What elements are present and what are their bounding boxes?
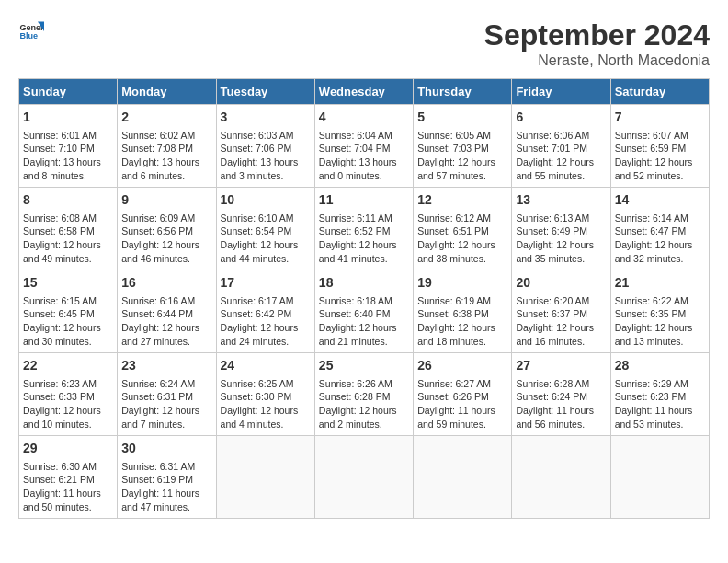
cell-line: Sunset: 7:08 PM <box>121 142 211 155</box>
page-header: General Blue September 2024 Neraste, Nor… <box>18 18 710 69</box>
day-number: 1 <box>23 109 113 127</box>
calendar-cell: 2Sunrise: 6:02 AMSunset: 7:08 PMDaylight… <box>118 105 216 188</box>
day-number: 27 <box>516 357 606 375</box>
cell-line: Daylight: 12 hours <box>615 155 705 169</box>
calendar-cell <box>610 436 709 519</box>
cell-line: and 50 minutes. <box>23 500 113 514</box>
calendar-header-row: SundayMondayTuesdayWednesdayThursdayFrid… <box>19 79 710 105</box>
cell-line: Sunrise: 6:08 AM <box>23 212 113 225</box>
calendar-cell <box>314 436 413 519</box>
cell-content-day-19: 19Sunrise: 6:19 AMSunset: 6:38 PMDayligh… <box>417 274 507 348</box>
day-number: 10 <box>221 191 311 210</box>
cell-content-day-27: 27Sunrise: 6:28 AMSunset: 6:24 PMDayligh… <box>516 357 606 431</box>
cell-line: Daylight: 12 hours <box>615 238 705 252</box>
calendar-cell: 29Sunrise: 6:30 AMSunset: 6:21 PMDayligh… <box>19 436 118 519</box>
col-header-friday: Friday <box>512 79 610 105</box>
day-number: 5 <box>417 109 507 127</box>
cell-line: Sunrise: 6:05 AM <box>417 129 507 143</box>
calendar-cell: 7Sunrise: 6:07 AMSunset: 6:59 PMDaylight… <box>610 105 709 188</box>
day-number: 6 <box>516 109 606 127</box>
calendar-cell: 28Sunrise: 6:29 AMSunset: 6:23 PMDayligh… <box>610 353 709 436</box>
cell-content-day-7: 7Sunrise: 6:07 AMSunset: 6:59 PMDaylight… <box>615 109 705 182</box>
cell-line: Sunrise: 6:18 AM <box>319 294 409 308</box>
cell-content-day-8: 8Sunrise: 6:08 AMSunset: 6:58 PMDaylight… <box>23 191 113 265</box>
calendar-cell <box>216 436 314 519</box>
calendar-cell: 1Sunrise: 6:01 AMSunset: 7:10 PMDaylight… <box>19 105 118 188</box>
cell-line: Daylight: 12 hours <box>121 238 211 252</box>
calendar-cell: 13Sunrise: 6:13 AMSunset: 6:49 PMDayligh… <box>512 188 610 270</box>
cell-line: Sunrise: 6:06 AM <box>516 129 606 143</box>
cell-content-day-24: 24Sunrise: 6:25 AMSunset: 6:30 PMDayligh… <box>221 357 311 431</box>
cell-line: and 4 minutes. <box>221 418 311 431</box>
cell-line: Daylight: 12 hours <box>23 404 113 418</box>
cell-line: and 7 minutes. <box>121 418 211 431</box>
cell-line: Daylight: 12 hours <box>516 238 606 252</box>
cell-line: and 21 minutes. <box>319 335 409 349</box>
day-number: 20 <box>516 274 606 293</box>
day-number: 3 <box>221 109 311 127</box>
cell-line: Sunrise: 6:17 AM <box>221 294 311 308</box>
calendar-cell: 3Sunrise: 6:03 AMSunset: 7:06 PMDaylight… <box>216 105 314 188</box>
cell-line: and 57 minutes. <box>417 169 507 183</box>
cell-content-day-1: 1Sunrise: 6:01 AMSunset: 7:10 PMDaylight… <box>23 109 113 182</box>
day-number: 14 <box>615 191 705 210</box>
day-number: 29 <box>23 440 113 458</box>
cell-line: Sunrise: 6:28 AM <box>516 377 606 391</box>
cell-line: Sunset: 6:51 PM <box>417 224 507 238</box>
cell-line: and 16 minutes. <box>516 335 606 349</box>
calendar-cell: 25Sunrise: 6:26 AMSunset: 6:28 PMDayligh… <box>314 353 413 436</box>
day-number: 28 <box>615 357 705 375</box>
logo-icon: General Blue <box>18 18 44 44</box>
cell-line: Sunrise: 6:12 AM <box>417 212 507 225</box>
day-number: 25 <box>319 357 409 375</box>
cell-line: Daylight: 11 hours <box>417 404 507 418</box>
cell-line: Daylight: 12 hours <box>23 238 113 252</box>
cell-line: Sunrise: 6:03 AM <box>221 129 311 143</box>
day-number: 22 <box>23 357 113 375</box>
cell-line: Sunrise: 6:19 AM <box>417 294 507 308</box>
cell-content-day-9: 9Sunrise: 6:09 AMSunset: 6:56 PMDaylight… <box>121 191 211 265</box>
calendar-week-5: 29Sunrise: 6:30 AMSunset: 6:21 PMDayligh… <box>19 436 710 519</box>
cell-line: Sunset: 7:06 PM <box>221 142 311 155</box>
calendar-cell: 23Sunrise: 6:24 AMSunset: 6:31 PMDayligh… <box>118 353 216 436</box>
cell-line: Daylight: 12 hours <box>615 321 705 335</box>
calendar-cell: 10Sunrise: 6:10 AMSunset: 6:54 PMDayligh… <box>216 188 314 270</box>
cell-line: Sunset: 6:44 PM <box>121 307 211 321</box>
cell-content-day-18: 18Sunrise: 6:18 AMSunset: 6:40 PMDayligh… <box>319 274 409 348</box>
cell-line: Daylight: 12 hours <box>417 155 507 169</box>
month-title: September 2024 <box>484 18 710 52</box>
cell-line: Sunset: 6:58 PM <box>23 224 113 238</box>
cell-line: Sunset: 6:52 PM <box>319 224 409 238</box>
cell-line: Daylight: 12 hours <box>121 321 211 335</box>
cell-line: Sunset: 6:37 PM <box>516 307 606 321</box>
day-number: 11 <box>319 191 409 210</box>
cell-line: Sunrise: 6:11 AM <box>319 212 409 225</box>
cell-line: Daylight: 12 hours <box>319 404 409 418</box>
calendar-cell: 12Sunrise: 6:12 AMSunset: 6:51 PMDayligh… <box>414 188 512 270</box>
calendar-cell: 21Sunrise: 6:22 AMSunset: 6:35 PMDayligh… <box>610 270 709 353</box>
day-number: 17 <box>221 274 311 293</box>
cell-line: Sunrise: 6:09 AM <box>121 212 211 225</box>
cell-line: Sunrise: 6:14 AM <box>615 212 705 225</box>
cell-line: Daylight: 12 hours <box>23 321 113 335</box>
cell-line: and 52 minutes. <box>615 169 705 183</box>
cell-line: Sunrise: 6:22 AM <box>615 294 705 308</box>
cell-content-day-10: 10Sunrise: 6:10 AMSunset: 6:54 PMDayligh… <box>221 191 311 265</box>
calendar-cell <box>512 436 610 519</box>
cell-line: Daylight: 13 hours <box>319 155 409 169</box>
cell-line: and 6 minutes. <box>121 169 211 183</box>
cell-line: Sunrise: 6:27 AM <box>417 377 507 391</box>
cell-content-day-16: 16Sunrise: 6:16 AMSunset: 6:44 PMDayligh… <box>121 274 211 348</box>
cell-line: Daylight: 12 hours <box>121 404 211 418</box>
cell-line: and 30 minutes. <box>23 335 113 349</box>
cell-line: and 47 minutes. <box>121 500 211 514</box>
cell-line: Sunset: 7:03 PM <box>417 142 507 155</box>
day-number: 30 <box>121 440 211 458</box>
cell-line: and 2 minutes. <box>319 418 409 431</box>
cell-line: Sunrise: 6:15 AM <box>23 294 113 308</box>
cell-line: Sunset: 6:40 PM <box>319 307 409 321</box>
cell-line: Daylight: 11 hours <box>23 487 113 500</box>
day-number: 8 <box>23 191 113 210</box>
cell-line: and 44 minutes. <box>221 252 311 266</box>
cell-line: and 10 minutes. <box>23 418 113 431</box>
